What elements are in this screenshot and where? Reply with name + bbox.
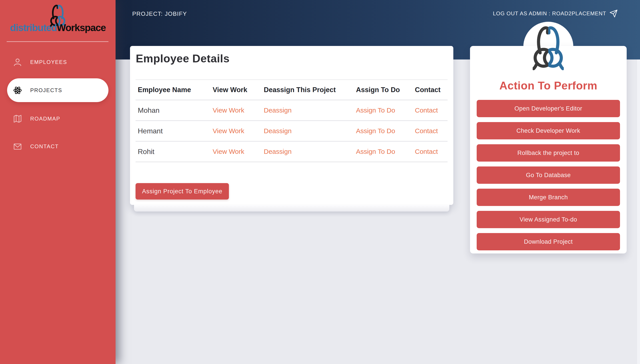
scrollbar-track[interactable] bbox=[637, 60, 640, 364]
deassign-link[interactable]: Deassign bbox=[262, 106, 354, 114]
sidebar-item-label: ROADMAP bbox=[30, 116, 60, 122]
sidebar: distributedWorkspace EMPLOYEES bbox=[0, 0, 116, 364]
workspace-logo-icon bbox=[533, 25, 564, 72]
col-header-view-work: View Work bbox=[210, 86, 262, 94]
sidebar-item-projects[interactable]: PROJECTS bbox=[7, 78, 108, 102]
atom-icon bbox=[13, 86, 22, 95]
view-work-link[interactable]: View Work bbox=[210, 127, 262, 135]
action-panel: Action To Perform Open Developer's Edito… bbox=[470, 46, 627, 254]
assign-to-do-link[interactable]: Assign To Do bbox=[354, 148, 413, 155]
logo-text-part2: Workspace bbox=[57, 22, 106, 33]
sidebar-item-contact[interactable]: CONTACT bbox=[0, 135, 116, 158]
open-developers-editor-button[interactable]: Open Developer's Editor bbox=[477, 100, 620, 117]
assign-to-do-link[interactable]: Assign To Do bbox=[354, 106, 413, 114]
contact-link[interactable]: Contact bbox=[413, 148, 448, 155]
sidebar-item-employees[interactable]: EMPLOYEES bbox=[0, 50, 116, 74]
assign-to-do-link[interactable]: Assign To Do bbox=[354, 127, 413, 135]
sidebar-item-label: CONTACT bbox=[30, 144, 59, 150]
employee-details-card: Employee Details Employee Name View Work… bbox=[130, 46, 453, 205]
app-logo-text: distributedWorkspace bbox=[0, 22, 116, 33]
view-work-link[interactable]: View Work bbox=[210, 148, 262, 155]
col-header-deassign: Deassign This Project bbox=[262, 86, 354, 94]
logout-label: LOG OUT AS ADMIN : ROAD2PLACEMENT bbox=[493, 10, 606, 17]
col-header-contact: Contact bbox=[413, 86, 448, 94]
deassign-link[interactable]: Deassign bbox=[262, 127, 354, 135]
logo-text-part1: distributed bbox=[10, 22, 57, 33]
deassign-link[interactable]: Deassign bbox=[262, 148, 354, 155]
logout-button[interactable]: LOG OUT AS ADMIN : ROAD2PLACEMENT bbox=[493, 9, 618, 18]
rollback-project-button[interactable]: Rollback the project to bbox=[477, 144, 620, 162]
table-row: Mohan View Work Deassign Assign To Do Co… bbox=[136, 100, 448, 121]
assign-project-button[interactable]: Assign Project To Employee bbox=[136, 183, 229, 200]
check-developer-work-button[interactable]: Check Developer Work bbox=[477, 122, 620, 140]
sidebar-item-label: EMPLOYEES bbox=[30, 59, 67, 65]
employee-name: Hemant bbox=[136, 127, 210, 135]
map-icon bbox=[13, 114, 22, 124]
col-header-employee-name: Employee Name bbox=[136, 86, 210, 94]
person-icon bbox=[13, 58, 22, 67]
sidebar-item-label: PROJECTS bbox=[30, 87, 62, 94]
send-icon bbox=[609, 9, 618, 18]
app-window: PROJECT: JOBIFY LOG OUT AS ADMIN : ROAD2… bbox=[0, 0, 640, 364]
col-header-assign-to-do: Assign To Do bbox=[354, 86, 413, 94]
action-panel-title: Action To Perform bbox=[470, 79, 627, 92]
table-row: Rohit View Work Deassign Assign To Do Co… bbox=[136, 142, 448, 162]
download-project-button[interactable]: Download Project bbox=[477, 233, 620, 250]
go-to-database-button[interactable]: Go To Database bbox=[477, 166, 620, 184]
sidebar-divider bbox=[7, 41, 108, 42]
view-work-link[interactable]: View Work bbox=[210, 106, 262, 114]
contact-link[interactable]: Contact bbox=[413, 127, 448, 135]
table-header-row: Employee Name View Work Deassign This Pr… bbox=[136, 80, 448, 100]
employee-table: Employee Name View Work Deassign This Pr… bbox=[136, 80, 448, 162]
view-assigned-todo-button[interactable]: View Assigned To-do bbox=[477, 211, 620, 228]
employee-name: Rohit bbox=[136, 148, 210, 156]
envelope-icon bbox=[13, 142, 22, 151]
contact-link[interactable]: Contact bbox=[413, 106, 448, 114]
card-title: Employee Details bbox=[136, 52, 230, 65]
employee-name: Mohan bbox=[136, 106, 210, 114]
project-title: PROJECT: JOBIFY bbox=[132, 10, 187, 18]
table-row: Hemant View Work Deassign Assign To Do C… bbox=[136, 121, 448, 142]
sidebar-item-roadmap[interactable]: ROADMAP bbox=[0, 107, 116, 130]
merge-branch-button[interactable]: Merge Branch bbox=[477, 189, 620, 206]
